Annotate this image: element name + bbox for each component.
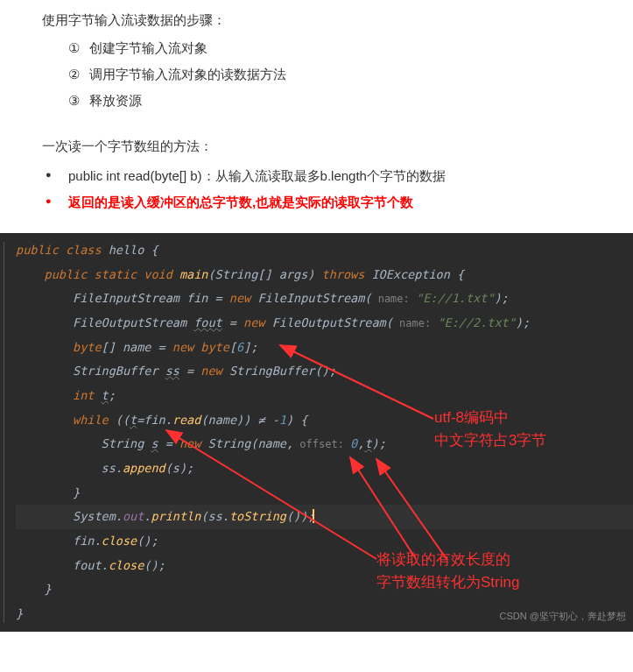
code-line: FileOutputStream fout = new FileOutputSt… [16,311,633,336]
annotation-string: 将读取的有效长度的 字节数组转化为String [376,548,519,593]
bullet-item-red: 返回的是读入缓冲区的总字节数,也就是实际的读取字节个数 [42,189,591,216]
code-line: byte[] name = new byte[6]; [16,336,633,360]
step-item: ②调用字节输入流对象的读数据方法 [42,61,591,88]
code-line: FileInputStream fin = new FileInputStrea… [16,286,633,311]
heading-method: 一次读一个字节数组的方法： [42,133,591,159]
watermark: CSDN @坚守初心，奔赴梦想 [500,606,626,626]
step-num: ③ [68,88,89,114]
code-line: fout.close(); [16,554,633,578]
bullet-list: public int read(byte[] b)：从输入流读取最多b.leng… [42,163,591,216]
code-block: public class hello { public static void … [0,233,633,632]
gutter-line [4,242,4,623]
step-item: ①创建字节输入流对象 [42,35,591,61]
step-text: 创建字节输入流对象 [89,40,207,55]
annotation-utf8: utf-8编码中 中文字符占3字节 [434,407,546,451]
step-num: ② [68,61,89,88]
code-line-highlighted: System.out.println(ss.toString()); [16,505,633,529]
code-line: int t; [16,384,633,408]
code-line: } [16,577,633,602]
bullet-item: public int read(byte[] b)：从输入流读取最多b.leng… [42,163,591,189]
step-num: ① [68,35,89,61]
code-line: StringBuffer ss = new StringBuffer(); [16,359,633,384]
heading-steps: 使用字节输入流读数据的步骤： [42,7,591,33]
code-line: public static void main(String[] args) t… [16,263,633,287]
code-line: fin.close(); [16,529,633,554]
code-line: ss.append(s); [16,456,633,481]
step-text: 释放资源 [89,93,142,108]
code-line: public class hello { [16,238,633,263]
step-text: 调用字节输入流对象的读数据方法 [89,67,286,81]
step-item: ③释放资源 [42,88,591,114]
doc-section: 使用字节输入流读数据的步骤： ①创建字节输入流对象 ②调用字节输入流对象的读数据… [0,0,633,233]
code-line: } [16,481,633,506]
